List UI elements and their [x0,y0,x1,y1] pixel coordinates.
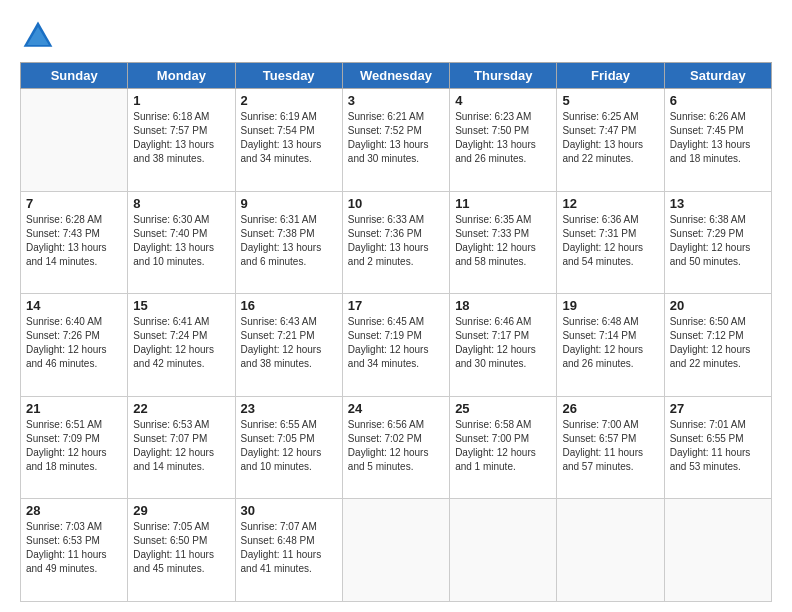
day-info: Sunrise: 7:03 AM Sunset: 6:53 PM Dayligh… [26,520,122,576]
header [20,18,772,54]
day-info: Sunrise: 6:38 AM Sunset: 7:29 PM Dayligh… [670,213,766,269]
calendar-cell: 2Sunrise: 6:19 AM Sunset: 7:54 PM Daylig… [235,89,342,192]
logo-icon [20,18,56,54]
day-info: Sunrise: 7:07 AM Sunset: 6:48 PM Dayligh… [241,520,337,576]
calendar-cell: 28Sunrise: 7:03 AM Sunset: 6:53 PM Dayli… [21,499,128,602]
day-info: Sunrise: 6:46 AM Sunset: 7:17 PM Dayligh… [455,315,551,371]
calendar-cell [21,89,128,192]
day-info: Sunrise: 6:30 AM Sunset: 7:40 PM Dayligh… [133,213,229,269]
day-number: 21 [26,401,122,416]
calendar-cell: 27Sunrise: 7:01 AM Sunset: 6:55 PM Dayli… [664,396,771,499]
calendar-table: SundayMondayTuesdayWednesdayThursdayFrid… [20,62,772,602]
day-number: 3 [348,93,444,108]
calendar-cell: 24Sunrise: 6:56 AM Sunset: 7:02 PM Dayli… [342,396,449,499]
day-number: 18 [455,298,551,313]
calendar-cell: 5Sunrise: 6:25 AM Sunset: 7:47 PM Daylig… [557,89,664,192]
day-number: 17 [348,298,444,313]
day-number: 6 [670,93,766,108]
day-info: Sunrise: 6:23 AM Sunset: 7:50 PM Dayligh… [455,110,551,166]
logo [20,18,60,54]
day-info: Sunrise: 6:28 AM Sunset: 7:43 PM Dayligh… [26,213,122,269]
day-header-sunday: Sunday [21,63,128,89]
calendar-cell [450,499,557,602]
calendar-cell: 17Sunrise: 6:45 AM Sunset: 7:19 PM Dayli… [342,294,449,397]
day-number: 16 [241,298,337,313]
calendar-cell: 18Sunrise: 6:46 AM Sunset: 7:17 PM Dayli… [450,294,557,397]
day-number: 29 [133,503,229,518]
calendar-cell: 30Sunrise: 7:07 AM Sunset: 6:48 PM Dayli… [235,499,342,602]
calendar-week-4: 21Sunrise: 6:51 AM Sunset: 7:09 PM Dayli… [21,396,772,499]
calendar-cell: 1Sunrise: 6:18 AM Sunset: 7:57 PM Daylig… [128,89,235,192]
day-info: Sunrise: 7:00 AM Sunset: 6:57 PM Dayligh… [562,418,658,474]
calendar-week-3: 14Sunrise: 6:40 AM Sunset: 7:26 PM Dayli… [21,294,772,397]
day-info: Sunrise: 6:45 AM Sunset: 7:19 PM Dayligh… [348,315,444,371]
day-number: 2 [241,93,337,108]
calendar-cell: 8Sunrise: 6:30 AM Sunset: 7:40 PM Daylig… [128,191,235,294]
calendar-cell: 16Sunrise: 6:43 AM Sunset: 7:21 PM Dayli… [235,294,342,397]
day-number: 30 [241,503,337,518]
day-number: 15 [133,298,229,313]
calendar-cell: 23Sunrise: 6:55 AM Sunset: 7:05 PM Dayli… [235,396,342,499]
day-info: Sunrise: 6:51 AM Sunset: 7:09 PM Dayligh… [26,418,122,474]
calendar-cell [664,499,771,602]
calendar-cell: 4Sunrise: 6:23 AM Sunset: 7:50 PM Daylig… [450,89,557,192]
day-info: Sunrise: 6:43 AM Sunset: 7:21 PM Dayligh… [241,315,337,371]
day-info: Sunrise: 7:05 AM Sunset: 6:50 PM Dayligh… [133,520,229,576]
day-info: Sunrise: 6:26 AM Sunset: 7:45 PM Dayligh… [670,110,766,166]
day-info: Sunrise: 6:41 AM Sunset: 7:24 PM Dayligh… [133,315,229,371]
day-number: 24 [348,401,444,416]
calendar-cell: 13Sunrise: 6:38 AM Sunset: 7:29 PM Dayli… [664,191,771,294]
day-number: 26 [562,401,658,416]
day-info: Sunrise: 6:53 AM Sunset: 7:07 PM Dayligh… [133,418,229,474]
day-number: 14 [26,298,122,313]
calendar-week-2: 7Sunrise: 6:28 AM Sunset: 7:43 PM Daylig… [21,191,772,294]
calendar-cell [557,499,664,602]
day-info: Sunrise: 6:35 AM Sunset: 7:33 PM Dayligh… [455,213,551,269]
calendar-cell: 22Sunrise: 6:53 AM Sunset: 7:07 PM Dayli… [128,396,235,499]
day-info: Sunrise: 6:40 AM Sunset: 7:26 PM Dayligh… [26,315,122,371]
day-number: 12 [562,196,658,211]
day-header-wednesday: Wednesday [342,63,449,89]
day-info: Sunrise: 6:19 AM Sunset: 7:54 PM Dayligh… [241,110,337,166]
calendar-cell: 9Sunrise: 6:31 AM Sunset: 7:38 PM Daylig… [235,191,342,294]
calendar-week-5: 28Sunrise: 7:03 AM Sunset: 6:53 PM Dayli… [21,499,772,602]
day-number: 7 [26,196,122,211]
calendar-cell: 3Sunrise: 6:21 AM Sunset: 7:52 PM Daylig… [342,89,449,192]
day-number: 11 [455,196,551,211]
calendar-cell: 10Sunrise: 6:33 AM Sunset: 7:36 PM Dayli… [342,191,449,294]
day-header-friday: Friday [557,63,664,89]
day-number: 4 [455,93,551,108]
calendar-cell: 12Sunrise: 6:36 AM Sunset: 7:31 PM Dayli… [557,191,664,294]
day-number: 5 [562,93,658,108]
day-number: 1 [133,93,229,108]
day-info: Sunrise: 6:31 AM Sunset: 7:38 PM Dayligh… [241,213,337,269]
day-header-monday: Monday [128,63,235,89]
day-number: 27 [670,401,766,416]
day-info: Sunrise: 6:25 AM Sunset: 7:47 PM Dayligh… [562,110,658,166]
day-number: 20 [670,298,766,313]
day-info: Sunrise: 6:36 AM Sunset: 7:31 PM Dayligh… [562,213,658,269]
calendar-cell: 29Sunrise: 7:05 AM Sunset: 6:50 PM Dayli… [128,499,235,602]
calendar-cell: 21Sunrise: 6:51 AM Sunset: 7:09 PM Dayli… [21,396,128,499]
calendar-header-row: SundayMondayTuesdayWednesdayThursdayFrid… [21,63,772,89]
day-info: Sunrise: 6:55 AM Sunset: 7:05 PM Dayligh… [241,418,337,474]
calendar-cell: 26Sunrise: 7:00 AM Sunset: 6:57 PM Dayli… [557,396,664,499]
day-number: 10 [348,196,444,211]
day-header-saturday: Saturday [664,63,771,89]
day-number: 8 [133,196,229,211]
day-header-tuesday: Tuesday [235,63,342,89]
day-number: 23 [241,401,337,416]
calendar-cell: 25Sunrise: 6:58 AM Sunset: 7:00 PM Dayli… [450,396,557,499]
calendar-cell: 20Sunrise: 6:50 AM Sunset: 7:12 PM Dayli… [664,294,771,397]
calendar-cell: 7Sunrise: 6:28 AM Sunset: 7:43 PM Daylig… [21,191,128,294]
day-info: Sunrise: 6:58 AM Sunset: 7:00 PM Dayligh… [455,418,551,474]
day-info: Sunrise: 6:48 AM Sunset: 7:14 PM Dayligh… [562,315,658,371]
calendar-cell: 11Sunrise: 6:35 AM Sunset: 7:33 PM Dayli… [450,191,557,294]
calendar-cell: 6Sunrise: 6:26 AM Sunset: 7:45 PM Daylig… [664,89,771,192]
calendar-cell: 19Sunrise: 6:48 AM Sunset: 7:14 PM Dayli… [557,294,664,397]
calendar-cell: 15Sunrise: 6:41 AM Sunset: 7:24 PM Dayli… [128,294,235,397]
day-info: Sunrise: 7:01 AM Sunset: 6:55 PM Dayligh… [670,418,766,474]
calendar-cell: 14Sunrise: 6:40 AM Sunset: 7:26 PM Dayli… [21,294,128,397]
day-header-thursday: Thursday [450,63,557,89]
day-info: Sunrise: 6:21 AM Sunset: 7:52 PM Dayligh… [348,110,444,166]
